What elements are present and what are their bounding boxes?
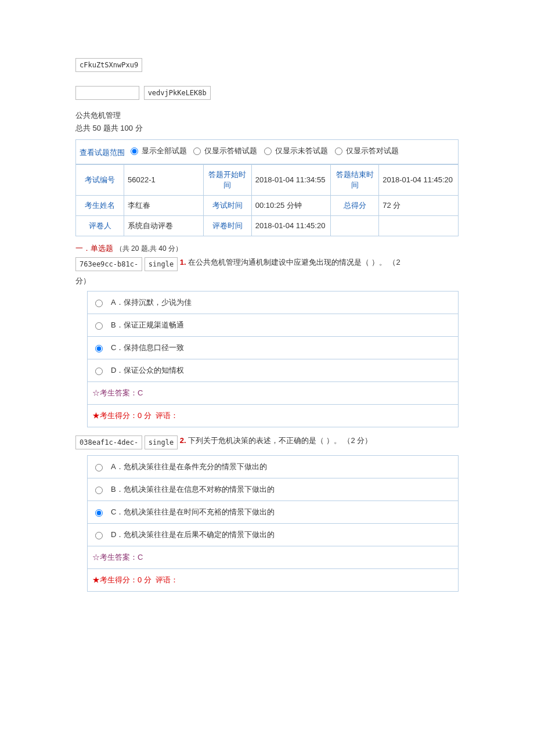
filter-opt-all[interactable]: 显示全部试题	[131, 146, 187, 156]
q2-options: A．危机决策往往是在条件充分的情景下做出的 B．危机决策往往是在信息不对称的情景…	[87, 455, 459, 592]
q2-code1: 038eaf1c-4dec-	[75, 435, 142, 449]
section-name: 一．单选题	[75, 244, 113, 253]
q1-opt-b-label: B．保证正规渠道畅通	[111, 321, 184, 329]
q1-opt-b[interactable]: B．保证正规渠道畅通	[88, 314, 459, 336]
q2-text: 下列关于危机决策的表述，不正确的是（ ）。	[188, 436, 341, 445]
filter-opt-unanswered-label: 仅显示未答试题	[275, 146, 328, 156]
q1-opt-a-label: A．保持沉默，少说为佳	[111, 298, 192, 307]
name-value: 李红春	[124, 195, 204, 215]
start-time-value: 2018-01-04 11:34:55	[251, 164, 331, 195]
token-box-1: cFkuZtSXnwPxu9	[75, 58, 142, 72]
q2-opt-d-label: D．危机决策往往是在后果不确定的情景下做出的	[111, 530, 275, 539]
q1-opt-d-label: D．保证公众的知情权	[111, 366, 184, 375]
q1-opt-c-label: C．保持信息口径一致	[111, 343, 184, 352]
filter-opt-unanswered[interactable]: 仅显示未答试题	[264, 146, 328, 156]
filter-bar: 查看试题范围 显示全部试题 仅显示答错试题 仅显示未答试题 仅显示答对试题	[75, 139, 459, 164]
duration-label: 考试时间	[203, 195, 251, 215]
totalscore-value: 72 分	[379, 195, 459, 215]
exam-subtitle: 总共 50 题共 100 分	[75, 123, 459, 134]
token-box-2-right: vedvjPkKeLEK8b	[144, 86, 211, 100]
q2-number: 2.	[180, 436, 186, 445]
q2-code2: single	[145, 435, 178, 449]
filter-label: 查看试题范围	[80, 148, 125, 157]
q2-opt-b[interactable]: B．危机决策往往是在信息不对称的情景下做出的	[88, 478, 459, 501]
grade-time-label: 评卷时间	[203, 215, 251, 236]
duration-value: 00:10:25 分钟	[251, 195, 331, 215]
q2-opt-c[interactable]: C．危机决策往往是在时间不充裕的情景下做出的	[88, 501, 459, 523]
grade-time-value: 2018-01-04 11:45:20	[251, 215, 331, 236]
q1-score-row: ★考生得分：0 分 评语：	[88, 404, 459, 427]
q2-points: （2 分）	[343, 436, 372, 445]
filter-opt-all-label: 显示全部试题	[142, 146, 187, 156]
q2-opt-b-label: B．危机决策往往是在信息不对称的情景下做出的	[111, 485, 275, 494]
section-sub: （共 20 题,共 40 分）	[116, 244, 182, 253]
q1-points: （2	[388, 258, 400, 267]
q1-points-line2: 分）	[75, 276, 459, 286]
q1-opt-a[interactable]: A．保持沉默，少说为佳	[88, 291, 459, 314]
totalscore-label: 总得分	[331, 195, 379, 215]
q2-opt-c-label: C．危机决策往往是在时间不充裕的情景下做出的	[111, 507, 275, 516]
start-time-label: 答题开始时间	[203, 164, 251, 195]
q1-code2: single	[145, 257, 178, 271]
q2-answer-row: ☆考生答案：C	[88, 546, 459, 568]
q1-code1: 763ee9cc-b81c-	[75, 257, 142, 271]
q2-opt-d[interactable]: D．危机决策往往是在后果不确定的情景下做出的	[88, 523, 459, 546]
q1-number: 1.	[180, 258, 186, 267]
q2-opt-a-label: A．危机决策往往是在条件充分的情景下做出的	[111, 462, 267, 471]
q1-opt-d[interactable]: D．保证公众的知情权	[88, 359, 459, 381]
end-time-label: 答题结束时间	[331, 164, 379, 195]
q1-options: A．保持沉默，少说为佳 B．保证正规渠道畅通 C．保持信息口径一致 D．保证公众…	[87, 291, 459, 427]
grader-value: 系统自动评卷	[124, 215, 204, 236]
filter-opt-correct[interactable]: 仅显示答对试题	[335, 146, 399, 156]
end-time-value: 2018-01-04 11:45:20	[379, 164, 459, 195]
q1-opt-c[interactable]: C．保持信息口径一致	[88, 336, 459, 359]
exam-title: 公共危机管理	[75, 110, 459, 121]
exam-id-label: 考试编号	[76, 164, 124, 195]
grader-label: 评卷人	[76, 215, 124, 236]
q1-answer-row: ☆考生答案：C	[88, 381, 459, 404]
token-box-2-left	[75, 86, 139, 100]
filter-opt-correct-label: 仅显示答对试题	[346, 146, 399, 156]
name-label: 考生姓名	[76, 195, 124, 215]
section-header: 一．单选题 （共 20 题,共 40 分）	[75, 243, 459, 254]
q1-text: 在公共危机管理沟通机制建设中应避免出现的情况是（ ）。	[188, 258, 387, 267]
exam-id-value: 56022-1	[124, 164, 204, 195]
q2-opt-a[interactable]: A．危机决策往往是在条件充分的情景下做出的	[88, 455, 459, 478]
filter-opt-wrong[interactable]: 仅显示答错试题	[193, 146, 257, 156]
q2-score-row: ★考生得分：0 分 评语：	[88, 568, 459, 591]
filter-opt-wrong-label: 仅显示答错试题	[204, 146, 257, 156]
exam-info-table: 考试编号 56022-1 答题开始时间 2018-01-04 11:34:55 …	[75, 164, 459, 236]
